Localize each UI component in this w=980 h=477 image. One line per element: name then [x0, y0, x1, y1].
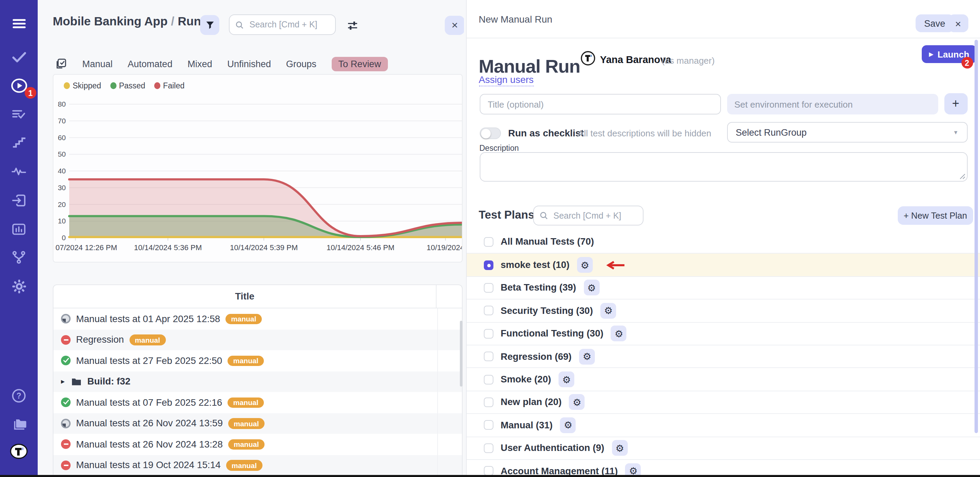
description-textarea[interactable] [479, 152, 967, 181]
tab-manual[interactable]: Manual [82, 59, 113, 69]
legend-item-failed[interactable]: Failed [154, 81, 185, 90]
test-plan-row[interactable]: New plan (20)⚙ [466, 390, 980, 413]
test-plan-checkbox[interactable] [484, 237, 493, 246]
sidebar-item-help[interactable]: ? [0, 387, 38, 404]
test-plan-row[interactable]: Functional Testing (30)⚙ [466, 322, 980, 345]
table-row[interactable]: Manual tests at 27 Feb 2025 22:50manual [54, 350, 462, 371]
test-plan-row[interactable]: Security Testing (30)⚙ [466, 299, 980, 322]
panel-scrollbar[interactable] [974, 40, 978, 433]
folder-icon [72, 377, 82, 386]
test-plan-checkbox[interactable] [484, 283, 493, 293]
gear-icon[interactable]: ⚙ [611, 326, 627, 342]
manager-avatar[interactable] [580, 51, 595, 66]
runs-search[interactable] [229, 14, 336, 35]
sidebar-item-test-plans[interactable] [0, 106, 38, 123]
select-runs-icon[interactable] [56, 57, 67, 70]
sidebar-item-logo[interactable] [0, 443, 38, 459]
gear-icon[interactable]: ⚙ [558, 372, 574, 387]
gear-icon[interactable]: ⚙ [569, 394, 585, 410]
sidebar-item-steps[interactable] [0, 134, 38, 151]
test-plan-row[interactable]: smoke test (10)⚙ [466, 253, 980, 276]
test-plan-checkbox[interactable] [484, 398, 493, 407]
test-plan-row[interactable]: Regression (69)⚙ [466, 345, 980, 368]
test-plan-label[interactable]: Smoke (20) [501, 374, 551, 385]
test-plan-checkbox[interactable] [484, 375, 493, 384]
test-plan-row[interactable]: Beta Testing (39)⚙ [466, 276, 980, 299]
test-plan-checkbox[interactable] [484, 351, 493, 361]
test-plan-row[interactable]: User Authentication (9)⚙ [466, 436, 980, 459]
tab-automated[interactable]: Automated [128, 59, 173, 69]
sidebar-item-branch[interactable] [0, 249, 38, 265]
close-runs-panel-button[interactable]: × [445, 16, 464, 35]
test-plan-checkbox[interactable] [484, 329, 493, 339]
run-title-input[interactable] [479, 94, 721, 114]
sidebar-item-tests[interactable] [0, 49, 38, 65]
tab-unfinished[interactable]: Unfinished [227, 59, 271, 69]
adjustments-button[interactable] [345, 18, 360, 33]
test-plan-checkbox[interactable] [484, 420, 493, 430]
gear-icon[interactable]: ⚙ [612, 440, 628, 456]
gear-icon[interactable]: ⚙ [584, 280, 599, 296]
table-row[interactable]: Manual tests at 01 Apr 2025 12:58manual [54, 308, 462, 329]
table-row[interactable]: ▶Build: f32 [54, 371, 462, 392]
breadcrumb-separator: / [167, 14, 178, 28]
checklist-hint: All test descriptions will be hidden [578, 128, 711, 138]
annotation-badge-2: 2 [961, 57, 973, 68]
gear-icon[interactable]: ⚙ [600, 303, 616, 319]
gear-icon[interactable]: ⚙ [577, 257, 593, 273]
legend-item-passed[interactable]: Passed [110, 81, 145, 90]
table-row[interactable]: Manual tests at 07 Feb 2025 22:16manual [54, 392, 462, 413]
run-as-checklist-toggle[interactable] [479, 127, 501, 139]
test-plan-checkbox[interactable] [484, 260, 493, 270]
test-plan-checkbox[interactable] [484, 306, 493, 316]
environment-input[interactable] [727, 94, 938, 114]
test-plan-row[interactable]: Manual (31)⚙ [466, 413, 980, 436]
rungroup-select[interactable]: Select RunGroup ▼ [727, 122, 967, 143]
area-chart[interactable]: 0102030405060708007/2024 12:26 PM10/14/2… [54, 75, 463, 262]
sidebar-item-settings[interactable] [0, 278, 38, 295]
table-row[interactable]: Manual tests at 26 Nov 2024 13:59manual [54, 413, 462, 434]
gear-icon[interactable]: ⚙ [560, 417, 576, 433]
runs-search-input[interactable] [248, 19, 329, 30]
test-plans-search-input[interactable] [552, 210, 637, 221]
test-plan-checkbox[interactable] [484, 466, 493, 475]
test-plan-label[interactable]: All Manual Tests (70) [501, 237, 594, 247]
table-row[interactable]: Regressionmanual [54, 329, 462, 350]
test-plan-label[interactable]: User Authentication (9) [501, 443, 605, 453]
new-test-plan-button[interactable]: + New Test Plan [897, 206, 973, 225]
tab-groups[interactable]: Groups [286, 59, 317, 69]
test-plan-label[interactable]: Beta Testing (39) [501, 283, 576, 293]
filter-button[interactable] [200, 15, 219, 35]
table-row[interactable]: Manual tests at 19 Oct 2024 15:14manual [54, 455, 462, 475]
assign-users-link[interactable]: Assign users [479, 74, 533, 86]
close-panel-button[interactable]: × [948, 14, 968, 32]
column-header-title[interactable]: Title [54, 285, 436, 308]
test-plan-label[interactable]: Regression (69) [501, 351, 571, 361]
sidebar-item-menu[interactable] [0, 15, 38, 32]
add-environment-button[interactable]: + [944, 93, 967, 114]
table-row[interactable]: Manual tests at 26 Nov 2024 13:28manual [54, 434, 462, 455]
tab-to-review[interactable]: To Review [331, 57, 388, 71]
resize-grip-icon[interactable] [959, 173, 965, 180]
runs-panel-scrollbar[interactable] [460, 321, 463, 386]
rungroup-value: Select RunGroup [736, 127, 807, 137]
sidebar-item-import[interactable] [0, 192, 38, 208]
test-plan-checkbox[interactable] [484, 443, 493, 453]
tab-mixed[interactable]: Mixed [188, 59, 212, 69]
test-plan-label[interactable]: Manual (31) [501, 420, 553, 430]
test-plan-label[interactable]: New plan (20) [501, 397, 562, 407]
breadcrumb-project[interactable]: Mobile Banking App [53, 14, 167, 28]
gear-icon[interactable]: ⚙ [579, 348, 595, 364]
test-plan-label[interactable]: Security Testing (30) [501, 306, 593, 316]
caret-right-icon[interactable]: ▶ [61, 379, 65, 385]
test-plan-row[interactable]: All Manual Tests (70) [466, 230, 980, 253]
test-plan-row[interactable]: Smoke (20)⚙ [466, 368, 980, 391]
legend-item-skipped[interactable]: Skipped [64, 81, 101, 90]
test-plan-label[interactable]: smoke test (10) [501, 260, 570, 270]
sidebar-item-projects[interactable] [0, 416, 38, 432]
test-plan-label[interactable]: Functional Testing (30) [501, 329, 603, 339]
test-plans-search[interactable] [533, 206, 643, 226]
sidebar-item-analytics[interactable] [0, 221, 38, 237]
run-title: Manual tests at 27 Feb 2025 22:50 [76, 356, 222, 366]
sidebar-item-pulse[interactable] [0, 162, 38, 179]
